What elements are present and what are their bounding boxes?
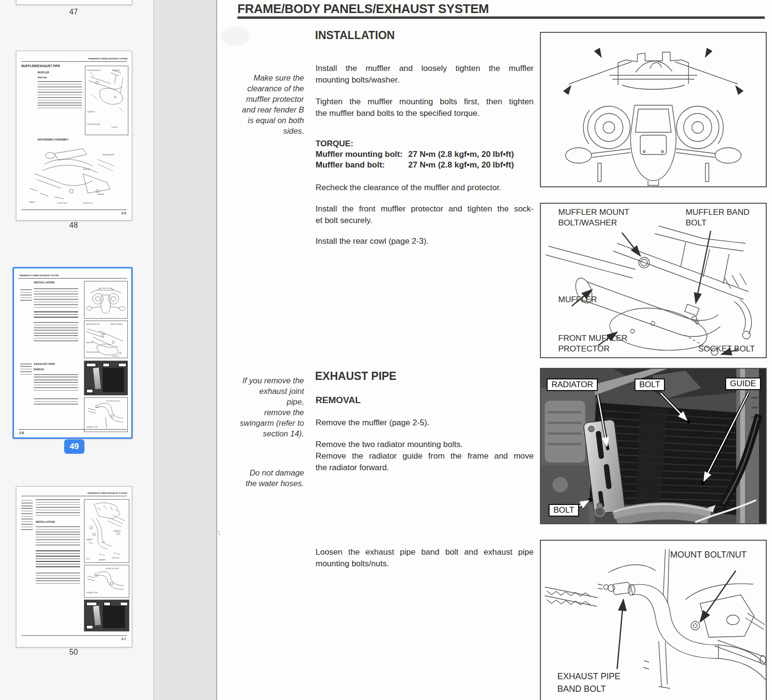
thumb49-fig2: MUFFLER MOUNTMUFFLER BANDMUFFLER FRONT M… — [84, 321, 128, 358]
svg-text:MUFFLER MOUNT: MUFFLER MOUNT — [87, 70, 101, 71]
torque-label: TORQUE: — [316, 139, 353, 149]
thumbnail-label-48[interactable]: 48 — [16, 221, 131, 230]
thumb49-header: FRAME/BODY PANELS/EXHAUST SYSTEM — [19, 274, 59, 277]
thumb49-section-installation: INSTALLATION — [34, 281, 55, 284]
exhaust-pipe-heading: EXHAUST PIPE — [315, 370, 397, 383]
label-front-muffler-protector: FRONT MUFFLER PROTECTOR — [558, 333, 627, 354]
svg-text:MOUNT BOLT: MOUNT BOLT — [83, 202, 93, 204]
figure-rear-clearance — [540, 32, 767, 187]
thumb50-fig3-photo — [84, 600, 129, 631]
paragraph-radiator: Remove the two radiator mounting bolts. … — [316, 439, 534, 474]
label-mount-bolt-nut: MOUNT BOLT/NUT — [670, 549, 746, 560]
svg-text:MUFFLER: MUFFLER — [83, 168, 91, 170]
label-muffler-band-bolt: MUFFLER BAND BOLT — [686, 207, 749, 228]
label-guide: GUIDE — [725, 378, 761, 390]
radiator-photo — [541, 369, 766, 523]
thumb48-section-disassembly: DISASSEMBLY/ASSEMBLY — [38, 138, 69, 141]
note-line: pipe, — [226, 396, 304, 407]
note-line: remove the — [226, 407, 304, 418]
note-line: muffler protector — [226, 94, 304, 104]
label-radiator: RADIATOR — [547, 378, 598, 391]
torque-row: Muffler band bolt: 27 N•m (2.8 kgf•m, 20… — [316, 160, 542, 170]
pdf-viewer-window: { "ui": { "accent_blue": "#3a86ef", "vie… — [0, 0, 772, 700]
svg-text:WASHER: WASHER — [97, 194, 105, 196]
thumbnail-page-47[interactable] — [16, 0, 132, 5]
note-line: the water hoses. — [226, 478, 304, 489]
paragraph-rear-cowl: Install the rear cowl (page 2-3). — [316, 236, 534, 247]
label-muffler: MUFFLER — [558, 294, 597, 305]
figure-radiator-photo: RADIATOR BOLT GUIDE BOLT — [540, 368, 767, 524]
figure-muffler-protector: MUFFLER MOUNT BOLT/WASHER MUFFLER BAND B… — [540, 203, 767, 358]
thumbnail-label-50[interactable]: 50 — [16, 648, 131, 657]
thumb49-folio: 2-6 — [19, 431, 24, 434]
svg-text:GASKET: GASKET — [29, 201, 35, 203]
note-line: Make sure the — [226, 72, 304, 83]
svg-text:SOCKET: SOCKET — [112, 355, 119, 357]
note-line: swingarm (refer to — [226, 418, 304, 428]
thumbnail-page-49-selected[interactable]: FRAME/BODY PANELS/EXHAUST SYSTEM INSTALL… — [13, 267, 133, 439]
thumb49-fig3-photo — [84, 361, 128, 395]
installation-heading: INSTALLATION — [315, 29, 395, 42]
label-socket-bolt: SOCKET BOLT — [698, 344, 755, 354]
thumb50-folio: 2-7 — [122, 637, 126, 641]
thumb49-section-removal: REMOVAL — [34, 368, 44, 371]
note-line: Do not damage — [226, 467, 304, 478]
svg-text:MUFFLER MOUNT: MUFFLER MOUNT — [86, 323, 100, 325]
svg-text:MOUNT BOLT/NUT: MOUNT BOLT/NUT — [106, 568, 119, 570]
paragraph-install-muffler: Install the muffler and loosely tighten … — [316, 63, 534, 86]
rear-view-diagram — [541, 33, 766, 186]
thumbnail-page-48[interactable]: FRAME/BODY PANELS/EXHAUST SYSTEM MUFFLER… — [16, 51, 132, 221]
thumb50-fig1: GASKETSGASKETNUT BOLTWASHERJOINT NUT — [84, 499, 129, 563]
thumb48-folio: 2-5 — [122, 211, 126, 215]
svg-text:MOUNT BOLT/NUT: MOUNT BOLT/NUT — [107, 400, 120, 402]
label-muffler-mount-bolt: MUFFLER MOUNT BOLT/WASHER — [558, 207, 629, 228]
thumb48-header: FRAME/BODY PANELS/EXHAUST SYSTEM — [88, 57, 127, 60]
label-exhaust-pipe-band-bolt: EXHAUST PIPE BAND BOLT — [557, 670, 620, 695]
thumbnail-label-47[interactable]: 47 — [16, 8, 131, 16]
note-line: clearance of the — [226, 83, 304, 94]
scan-smudge — [221, 27, 250, 46]
label-bolt-top: BOLT — [634, 378, 665, 391]
torque-item: Muffler mounting bolt: — [316, 149, 408, 160]
svg-text:GASKET: GASKET — [86, 539, 93, 541]
note-line: section 14). — [226, 428, 304, 439]
svg-text:NUT: NUT — [102, 542, 105, 544]
margin-note-installation: Make sure the clearance of the muffler p… — [226, 72, 304, 136]
paragraph-tighten-bolts: Tighten the muffler mounting bolts first… — [316, 96, 534, 119]
viewer-gutter — [154, 0, 216, 700]
note-line: and rear fender B — [226, 104, 304, 115]
svg-text:SOCKET BOLT: SOCKET BOLT — [57, 202, 68, 204]
note-line: is equal on both — [226, 115, 304, 126]
svg-text:EXHAUST PIPE: EXHAUST PIPE — [86, 426, 97, 428]
paragraph-front-protector: Install the front muffler protector and … — [316, 203, 534, 226]
torque-table: Muffler mounting bolt: 27 N•m (2.8 kgf•m… — [316, 149, 542, 170]
margin-note-hoses: Do not damage the water hoses. — [226, 467, 304, 489]
svg-text:FRONT MUFFLER: FRONT MUFFLER — [87, 124, 101, 126]
thumb48-section-muffler: MUFFLER — [38, 71, 49, 74]
thumb48-diagram: REAR MUFFLERMUFFLER GASKETSOCKET BOLTMOU… — [25, 145, 124, 206]
torque-item: Muffler band bolt: — [316, 160, 408, 170]
torque-row: Muffler mounting bolt: 27 N•m (2.8 kgf•m… — [316, 149, 542, 160]
paragraph-loosen-band-bolt: Loosen the exhaust pipe band bolt and ex… — [316, 546, 534, 570]
svg-text:MUFFLER BAND: MUFFLER BAND — [110, 323, 123, 325]
thumb50-header: FRAME/BODY PANELS/EXHAUST SYSTEM — [87, 492, 127, 494]
svg-text:MUFFLER: MUFFLER — [86, 342, 94, 344]
margin-note-exhaust: If you remove the exhaust joint pipe, re… — [226, 375, 304, 439]
note-line: sides. — [226, 126, 304, 136]
thumb49-section-exhaust: EXHAUST PIPE — [34, 363, 55, 365]
svg-text:FRONT MUFFLER: FRONT MUFFLER — [86, 351, 100, 353]
svg-text:GASKETS: GASKETS — [113, 530, 121, 532]
paragraph-recheck: Recheck the clearance of the muffler and… — [316, 182, 534, 194]
document-page: FRAME/BODY PANELS/EXHAUST SYSTEM INSTALL… — [216, 0, 772, 700]
removal-heading: REMOVAL — [316, 395, 361, 406]
note-line: exhaust joint — [226, 386, 304, 396]
thumb50-section-installation: INSTALLATION — [36, 520, 55, 523]
current-page-badge[interactable]: 49 — [64, 439, 84, 454]
torque-value: 27 N•m (2.8 kgf•m, 20 lbf•ft) — [408, 160, 514, 170]
label-bolt-bottom: BOLT — [549, 504, 579, 517]
header-rule — [237, 16, 765, 19]
thumb48-section-removal: REMOVAL — [38, 76, 47, 79]
thumbnail-page-50[interactable]: FRAME/BODY PANELS/EXHAUST SYSTEM INSTALL… — [16, 486, 132, 647]
thumbnail-49-page: FRAME/BODY PANELS/EXHAUST SYSTEM INSTALL… — [14, 269, 131, 437]
thumb48-title: MUFFLER/EXHAUST PIPE — [21, 64, 60, 68]
